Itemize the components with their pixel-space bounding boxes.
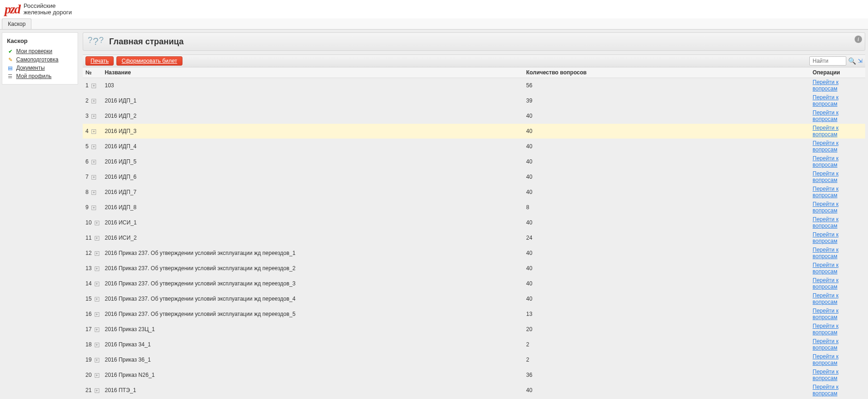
go-to-questions-link[interactable]: Перейти к вопросам bbox=[813, 155, 838, 168]
sidebar-title: Каскор bbox=[2, 36, 78, 47]
col-header-count[interactable]: Количество вопросов bbox=[523, 67, 810, 78]
go-to-questions-link[interactable]: Перейти к вопросам bbox=[813, 201, 838, 214]
go-to-questions-link[interactable]: Перейти к вопросам bbox=[813, 231, 838, 244]
row-name: 2016 Приказ 36_1 bbox=[102, 352, 523, 368]
go-to-questions-link[interactable]: Перейти к вопросам bbox=[813, 353, 838, 366]
row-number: 18 bbox=[85, 341, 91, 348]
expand-row-icon[interactable]: + bbox=[91, 114, 96, 119]
expand-icon[interactable]: ⇲ bbox=[858, 58, 862, 64]
expand-row-icon[interactable]: + bbox=[91, 84, 96, 88]
table-row[interactable]: 8 +2016 ИДП_740Перейти к вопросам bbox=[83, 185, 865, 200]
row-number: 19 bbox=[85, 357, 91, 363]
tab-kaskor[interactable]: Каскор bbox=[2, 18, 31, 29]
expand-row-icon[interactable]: + bbox=[95, 388, 99, 393]
table-row[interactable]: 17 +2016 Приказ 23Ц_120Перейти к вопроса… bbox=[83, 322, 865, 337]
table-row[interactable]: 3 +2016 ИДП_240Перейти к вопросам bbox=[83, 109, 865, 124]
toolbar: Печать Сформировать билет 🔍 ⇲ bbox=[83, 54, 865, 67]
col-header-ops[interactable]: Операции bbox=[810, 67, 865, 78]
sidebar: Каскор ✔ Мои проверки ✎ Самоподготовка ▤… bbox=[2, 32, 78, 85]
expand-row-icon[interactable]: + bbox=[95, 358, 99, 363]
expand-row-icon[interactable]: + bbox=[95, 221, 99, 225]
col-header-num[interactable]: № bbox=[83, 67, 102, 78]
expand-row-icon[interactable]: + bbox=[91, 206, 96, 210]
sidebar-item-profile[interactable]: ☰ Мой профиль bbox=[2, 72, 78, 80]
sidebar-item-docs[interactable]: ▤ Документы bbox=[2, 64, 78, 72]
go-to-questions-link[interactable]: Перейти к вопросам bbox=[813, 323, 838, 336]
expand-row-icon[interactable]: + bbox=[95, 343, 99, 347]
go-to-questions-link[interactable]: Перейти к вопросам bbox=[813, 94, 838, 107]
sidebar-item-self[interactable]: ✎ Самоподготовка bbox=[2, 55, 78, 64]
sidebar-item-label: Мои проверки bbox=[16, 48, 52, 54]
go-to-questions-link[interactable]: Перейти к вопросам bbox=[813, 292, 838, 305]
table-row[interactable]: 9 +2016 ИДП_88Перейти к вопросам bbox=[83, 200, 865, 215]
table-row[interactable]: 13 +2016 Приказ 237. Об утверждении усло… bbox=[83, 261, 865, 276]
table-row[interactable]: 20 +2016 Приказ N26_136Перейти к вопроса… bbox=[83, 368, 865, 383]
expand-row-icon[interactable]: + bbox=[95, 297, 99, 302]
expand-row-icon[interactable]: + bbox=[95, 266, 99, 271]
expand-row-icon[interactable]: + bbox=[91, 129, 96, 134]
go-to-questions-link[interactable]: Перейти к вопросам bbox=[813, 247, 838, 260]
expand-row-icon[interactable]: + bbox=[91, 175, 96, 180]
go-to-questions-link[interactable]: Перейти к вопросам bbox=[813, 277, 838, 290]
go-to-questions-link[interactable]: Перейти к вопросам bbox=[813, 216, 838, 229]
table-row[interactable]: 14 +2016 Приказ 237. Об утверждении усло… bbox=[83, 276, 865, 291]
table-row[interactable]: 16 +2016 Приказ 237. Об утверждении усло… bbox=[83, 307, 865, 322]
go-to-questions-link[interactable]: Перейти к вопросам bbox=[813, 384, 838, 397]
go-to-questions-link[interactable]: Перейти к вопросам bbox=[813, 308, 838, 320]
table-row[interactable]: 7 +2016 ИДП_640Перейти к вопросам bbox=[83, 169, 865, 185]
expand-row-icon[interactable]: + bbox=[95, 251, 99, 256]
table-row[interactable]: 1 +10356Перейти к вопросам bbox=[83, 78, 865, 93]
form-ticket-button[interactable]: Сформировать билет bbox=[116, 56, 182, 66]
go-to-questions-link[interactable]: Перейти к вопросам bbox=[813, 125, 838, 138]
expand-row-icon[interactable]: + bbox=[95, 373, 99, 378]
go-to-questions-link[interactable]: Перейти к вопросам bbox=[813, 262, 838, 275]
expand-row-icon[interactable]: + bbox=[95, 327, 99, 332]
row-name: 2016 ПТЭ_1 bbox=[102, 383, 523, 398]
row-name: 2016 ИДП_3 bbox=[102, 124, 523, 139]
go-to-questions-link[interactable]: Перейти к вопросам bbox=[813, 79, 838, 92]
expand-row-icon[interactable]: + bbox=[95, 236, 99, 241]
row-count: 2 bbox=[523, 352, 810, 368]
expand-row-icon[interactable]: + bbox=[95, 312, 99, 317]
row-count: 40 bbox=[523, 139, 810, 154]
row-name: 2016 Приказ 34_1 bbox=[102, 337, 523, 352]
question-icon: ✎ bbox=[7, 56, 13, 63]
print-button[interactable]: Печать bbox=[85, 56, 114, 66]
table-row[interactable]: 21 +2016 ПТЭ_140Перейти к вопросам bbox=[83, 383, 865, 398]
row-number: 17 bbox=[85, 326, 91, 332]
expand-row-icon[interactable]: + bbox=[91, 145, 96, 149]
page-title-bar: ??? Главная страница i bbox=[83, 32, 865, 51]
go-to-questions-link[interactable]: Перейти к вопросам bbox=[813, 369, 838, 381]
table-row[interactable]: 19 +2016 Приказ 36_12Перейти к вопросам bbox=[83, 352, 865, 368]
table-row[interactable]: 15 +2016 Приказ 237. Об утверждении усло… bbox=[83, 291, 865, 307]
table-row[interactable]: 12 +2016 Приказ 237. Об утверждении усло… bbox=[83, 246, 865, 261]
sidebar-item-checks[interactable]: ✔ Мои проверки bbox=[2, 47, 78, 55]
search-input[interactable] bbox=[809, 56, 846, 66]
search-icon[interactable]: 🔍 bbox=[848, 57, 856, 65]
help-icon[interactable]: i bbox=[855, 36, 862, 43]
table-row[interactable]: 2 +2016 ИДП_139Перейти к вопросам bbox=[83, 93, 865, 109]
row-name: 2016 Приказ 237. Об утверждении условий … bbox=[102, 276, 523, 291]
table-row[interactable]: 4 +2016 ИДП_340Перейти к вопросам bbox=[83, 124, 865, 139]
org-line1: Российские bbox=[24, 3, 72, 9]
row-number: 6 bbox=[85, 158, 89, 165]
expand-row-icon[interactable]: + bbox=[95, 282, 99, 286]
go-to-questions-link[interactable]: Перейти к вопросам bbox=[813, 186, 838, 199]
expand-row-icon[interactable]: + bbox=[91, 99, 96, 103]
go-to-questions-link[interactable]: Перейти к вопросам bbox=[813, 109, 838, 122]
table-row[interactable]: 11 +2016 ИСИ_224Перейти к вопросам bbox=[83, 230, 865, 246]
go-to-questions-link[interactable]: Перейти к вопросам bbox=[813, 140, 838, 153]
row-name: 2016 Приказ 237. Об утверждении условий … bbox=[102, 307, 523, 322]
go-to-questions-link[interactable]: Перейти к вопросам bbox=[813, 338, 838, 351]
expand-row-icon[interactable]: + bbox=[91, 160, 96, 164]
expand-row-icon[interactable]: + bbox=[91, 190, 96, 195]
org-line2: железные дороги bbox=[24, 9, 72, 16]
table-row[interactable]: 10 +2016 ИСИ_140Перейти к вопросам bbox=[83, 215, 865, 230]
table-row[interactable]: 18 +2016 Приказ 34_12Перейти к вопросам bbox=[83, 337, 865, 352]
row-name: 2016 Приказ 237. Об утверждении условий … bbox=[102, 246, 523, 261]
table-row[interactable]: 6 +2016 ИДП_540Перейти к вопросам bbox=[83, 154, 865, 169]
table-row[interactable]: 5 +2016 ИДП_440Перейти к вопросам bbox=[83, 139, 865, 154]
go-to-questions-link[interactable]: Перейти к вопросам bbox=[813, 170, 838, 183]
col-header-name[interactable]: Название bbox=[102, 67, 523, 78]
row-count: 40 bbox=[523, 215, 810, 230]
